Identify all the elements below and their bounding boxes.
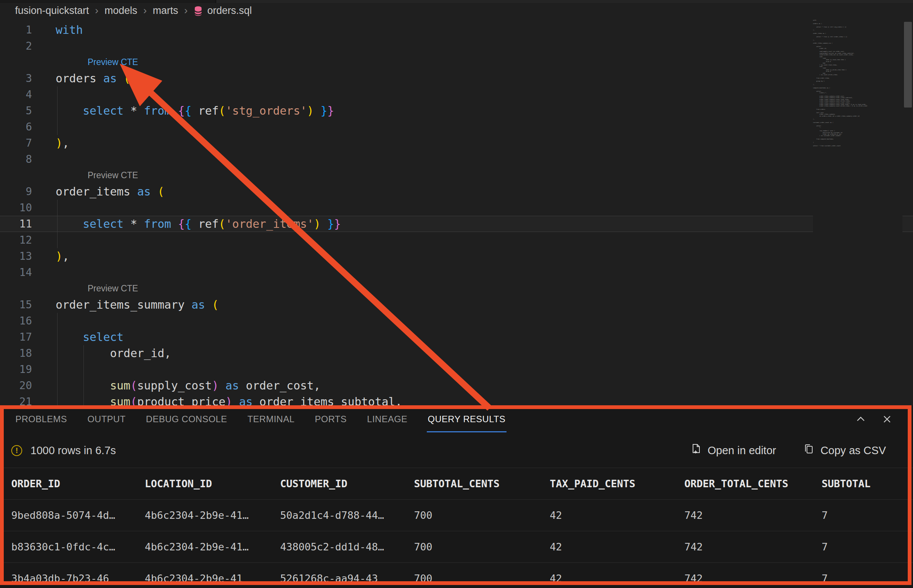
code-line[interactable]: 20 sum(supply_cost) as order_cost,	[0, 378, 913, 394]
code-line[interactable]: 4	[0, 86, 913, 103]
line-number: 16	[0, 313, 32, 329]
code-line[interactable]: 14	[0, 264, 913, 281]
code-line[interactable]: 9order_items as (	[0, 184, 913, 200]
minimap[interactable]: withorders as ( select * from {{ ref('st…	[813, 19, 902, 388]
code-line[interactable]: 10	[0, 200, 913, 216]
codelens-row[interactable]: Preview CTE	[0, 167, 913, 184]
copy-as-csv-label: Copy as CSV	[821, 444, 886, 457]
indent-guide	[57, 329, 58, 345]
indent-guide	[57, 232, 58, 248]
indent-guide	[57, 86, 58, 103]
table-cell: 4b6c2304-2b9e-41	[145, 573, 280, 584]
column-header: SUBTOTAL_CENTS	[414, 478, 550, 489]
code-area[interactable]: 1with2Preview CTE3orders as (45 select *…	[0, 18, 913, 405]
preview-cte-codelens[interactable]: Preview CTE	[87, 54, 138, 70]
code-line[interactable]: 2	[0, 38, 913, 54]
indent-guide	[57, 345, 58, 361]
line-number: 12	[0, 232, 32, 248]
code-line[interactable]: 17 select	[0, 329, 913, 345]
indent-guide	[84, 378, 84, 394]
preview-cte-codelens[interactable]: Preview CTE	[87, 167, 138, 184]
table-cell: 42	[550, 573, 684, 584]
code-text: with	[32, 22, 83, 38]
panel-tab-problems[interactable]: PROBLEMS	[5, 405, 77, 433]
warning-icon: !	[11, 445, 22, 456]
breadcrumb-item[interactable]: marts	[153, 5, 178, 16]
code-line[interactable]: 12	[0, 232, 913, 248]
scrollbar-thumb[interactable]	[904, 22, 912, 108]
table-cell: 4b6c2304-2b9e-41…	[145, 541, 280, 552]
close-icon[interactable]	[881, 413, 894, 426]
code-line[interactable]: 1with	[0, 22, 913, 38]
code-text: select	[32, 329, 124, 345]
panel-tab-lineage[interactable]: LINEAGE	[357, 405, 418, 433]
table-cell: 42	[550, 541, 684, 552]
code-line[interactable]: 18 order_id,	[0, 345, 913, 361]
indent-guide	[57, 119, 58, 135]
code-line[interactable]: 11 select * from {{ ref('order_items') }…	[0, 216, 913, 232]
table-row[interactable]: 3b4a03db-7b23-464b6c2304-2b9e-415261268c…	[0, 562, 913, 588]
codelens-row[interactable]: Preview CTE	[0, 281, 913, 297]
copy-icon	[803, 443, 814, 458]
chevron-up-icon[interactable]	[854, 413, 867, 426]
code-line[interactable]: 8	[0, 151, 913, 167]
editor-scrollbar[interactable]	[902, 0, 913, 405]
codelens-row[interactable]: Preview CTE	[0, 54, 913, 70]
code-line[interactable]: 6	[0, 119, 913, 135]
code-line[interactable]: 15order_items_summary as (	[0, 297, 913, 313]
line-number: 13	[0, 248, 32, 264]
code-text: ),	[32, 135, 69, 151]
line-number: 8	[0, 151, 32, 167]
table-cell: 9bed808a-5074-4d…	[11, 509, 145, 521]
table-cell: 50a2d1c4-d788-44…	[280, 509, 414, 521]
line-number: 3	[0, 70, 32, 86]
panel-tab-query-results[interactable]: QUERY RESULTS	[418, 405, 516, 433]
line-number: 21	[0, 394, 32, 405]
column-header: ORDER_ID	[11, 478, 145, 489]
code-line[interactable]: 3orders as (	[0, 70, 913, 86]
code-line[interactable]: 19	[0, 361, 913, 378]
copy-as-csv-button[interactable]: Copy as CSV	[803, 443, 886, 458]
breadcrumb-separator: ›	[95, 5, 99, 16]
code-line[interactable]: 16	[0, 313, 913, 329]
line-number: 6	[0, 119, 32, 135]
editor-tabstrip-edge	[0, 0, 913, 3]
panel-tab-debug-console[interactable]: DEBUG CONSOLE	[136, 405, 237, 433]
code-line[interactable]: 5 select * from {{ ref('stg_orders') }}	[0, 103, 913, 119]
code-text: select * from {{ ref('order_items') }}	[32, 216, 341, 232]
indent-guide	[84, 345, 84, 361]
breadcrumb-item[interactable]: fusion-quickstart	[15, 5, 89, 16]
line-number: 19	[0, 361, 32, 378]
preview-cte-codelens[interactable]: Preview CTE	[87, 281, 138, 297]
table-cell: 700	[414, 541, 550, 552]
breadcrumb-item[interactable]: models	[105, 5, 137, 16]
column-header: LOCATION_ID	[145, 478, 280, 489]
indent-guide	[57, 103, 58, 119]
line-number: 4	[0, 86, 32, 103]
code-line[interactable]: 7),	[0, 135, 913, 151]
line-number: 17	[0, 329, 32, 345]
indent-guide	[57, 394, 58, 405]
code-line[interactable]: 21 sum(product_price) as order_items_sub…	[0, 394, 913, 405]
panel-tab-terminal[interactable]: TERMINAL	[237, 405, 305, 433]
database-icon	[194, 6, 203, 16]
open-in-editor-button[interactable]: Open in editor	[690, 443, 776, 458]
indent-guide	[57, 313, 58, 329]
table-cell: 7	[822, 541, 913, 552]
line-number: 11	[0, 216, 32, 232]
bottom-panel: PROBLEMSOUTPUTDEBUG CONSOLETERMINALPORTS…	[0, 405, 913, 588]
line-number: 1	[0, 22, 32, 38]
panel-tab-ports[interactable]: PORTS	[305, 405, 357, 433]
table-cell: 438005c2-dd1d-48…	[280, 541, 414, 552]
results-toolbar: ! 1000 rows in 6.7s Open in editor	[0, 433, 913, 468]
code-text: order_items_summary as (	[32, 297, 218, 313]
table-cell: 7	[822, 509, 913, 521]
active-tab-edge	[0, 0, 216, 3]
breadcrumb-file[interactable]: orders.sql	[207, 5, 252, 16]
panel-tab-output[interactable]: OUTPUT	[77, 405, 136, 433]
column-header: CUSTOMER_ID	[280, 478, 414, 489]
table-row[interactable]: 9bed808a-5074-4d…4b6c2304-2b9e-41…50a2d1…	[0, 499, 913, 531]
breadcrumb-separator: ›	[184, 5, 187, 16]
code-line[interactable]: 13),	[0, 248, 913, 264]
table-row[interactable]: b83630c1-0fdc-4c…4b6c2304-2b9e-41…438005…	[0, 531, 913, 562]
